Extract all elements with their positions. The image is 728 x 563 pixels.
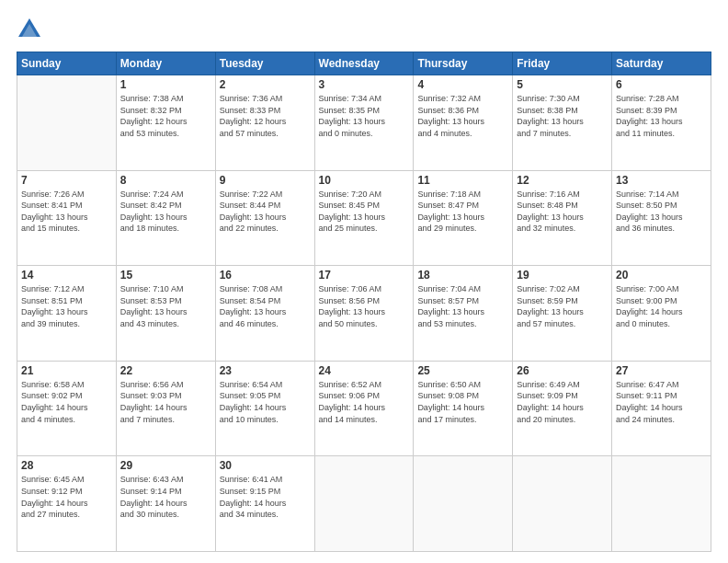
calendar-cell: 22Sunrise: 6:56 AM Sunset: 9:03 PM Dayli…	[116, 361, 215, 456]
day-info: Sunrise: 6:58 AM Sunset: 9:02 PM Dayligh…	[21, 379, 112, 425]
day-number: 12	[517, 174, 608, 187]
calendar-cell: 19Sunrise: 7:02 AM Sunset: 8:59 PM Dayli…	[513, 266, 612, 362]
day-info: Sunrise: 7:10 AM Sunset: 8:53 PM Dayligh…	[120, 283, 211, 329]
day-info: Sunrise: 6:52 AM Sunset: 9:06 PM Dayligh…	[319, 379, 410, 425]
day-number: 10	[319, 174, 410, 187]
day-number: 17	[319, 269, 410, 282]
calendar-cell: 6Sunrise: 7:28 AM Sunset: 8:39 PM Daylig…	[612, 75, 711, 171]
header-row: SundayMondayTuesdayWednesdayThursdayFrid…	[17, 52, 711, 75]
calendar-cell	[314, 456, 414, 552]
day-info: Sunrise: 7:22 AM Sunset: 8:44 PM Dayligh…	[220, 189, 311, 235]
calendar-cell: 18Sunrise: 7:04 AM Sunset: 8:57 PM Dayli…	[414, 266, 513, 362]
day-info: Sunrise: 7:00 AM Sunset: 9:00 PM Dayligh…	[616, 283, 707, 329]
calendar-cell: 1Sunrise: 7:38 AM Sunset: 8:32 PM Daylig…	[116, 75, 215, 171]
calendar-cell: 20Sunrise: 7:00 AM Sunset: 9:00 PM Dayli…	[612, 266, 711, 362]
header	[17, 17, 711, 42]
day-info: Sunrise: 6:54 AM Sunset: 9:05 PM Dayligh…	[220, 379, 311, 425]
day-number: 4	[417, 78, 508, 91]
calendar-cell: 17Sunrise: 7:06 AM Sunset: 8:56 PM Dayli…	[314, 266, 414, 362]
day-number: 23	[220, 364, 311, 377]
calendar-cell: 13Sunrise: 7:14 AM Sunset: 8:50 PM Dayli…	[612, 170, 711, 266]
weekday-header: Friday	[513, 52, 612, 75]
calendar-cell: 30Sunrise: 6:41 AM Sunset: 9:15 PM Dayli…	[215, 456, 314, 552]
calendar-cell: 15Sunrise: 7:10 AM Sunset: 8:53 PM Dayli…	[116, 266, 215, 362]
calendar-cell: 21Sunrise: 6:58 AM Sunset: 9:02 PM Dayli…	[17, 361, 117, 456]
day-info: Sunrise: 7:18 AM Sunset: 8:47 PM Dayligh…	[417, 189, 508, 235]
day-number: 25	[417, 364, 508, 377]
calendar-week-row: 1Sunrise: 7:38 AM Sunset: 8:32 PM Daylig…	[17, 75, 711, 171]
day-number: 26	[517, 364, 608, 377]
day-info: Sunrise: 7:16 AM Sunset: 8:48 PM Dayligh…	[517, 189, 608, 235]
weekday-header: Monday	[116, 52, 215, 75]
day-number: 29	[120, 459, 211, 472]
calendar-cell	[17, 75, 117, 171]
calendar-cell: 3Sunrise: 7:34 AM Sunset: 8:35 PM Daylig…	[314, 75, 414, 171]
day-info: Sunrise: 6:47 AM Sunset: 9:11 PM Dayligh…	[616, 379, 707, 425]
day-number: 28	[21, 459, 112, 472]
calendar-cell: 5Sunrise: 7:30 AM Sunset: 8:38 PM Daylig…	[513, 75, 612, 171]
day-info: Sunrise: 7:36 AM Sunset: 8:33 PM Dayligh…	[220, 93, 311, 139]
calendar-cell	[513, 456, 612, 552]
day-info: Sunrise: 7:12 AM Sunset: 8:51 PM Dayligh…	[21, 283, 112, 329]
calendar-cell: 23Sunrise: 6:54 AM Sunset: 9:05 PM Dayli…	[215, 361, 314, 456]
day-info: Sunrise: 7:02 AM Sunset: 8:59 PM Dayligh…	[517, 283, 608, 329]
day-info: Sunrise: 7:24 AM Sunset: 8:42 PM Dayligh…	[120, 189, 211, 235]
day-info: Sunrise: 7:04 AM Sunset: 8:57 PM Dayligh…	[417, 283, 508, 329]
page: SundayMondayTuesdayWednesdayThursdayFrid…	[0, 0, 728, 563]
calendar-cell: 29Sunrise: 6:43 AM Sunset: 9:14 PM Dayli…	[116, 456, 215, 552]
calendar-cell: 10Sunrise: 7:20 AM Sunset: 8:45 PM Dayli…	[314, 170, 414, 266]
calendar-cell: 8Sunrise: 7:24 AM Sunset: 8:42 PM Daylig…	[116, 170, 215, 266]
calendar-cell	[414, 456, 513, 552]
day-info: Sunrise: 6:43 AM Sunset: 9:14 PM Dayligh…	[120, 474, 211, 520]
day-number: 20	[616, 269, 707, 282]
day-number: 24	[319, 364, 410, 377]
day-info: Sunrise: 7:14 AM Sunset: 8:50 PM Dayligh…	[616, 189, 707, 235]
day-number: 21	[21, 364, 112, 377]
logo-icon	[17, 17, 42, 42]
calendar-cell: 26Sunrise: 6:49 AM Sunset: 9:09 PM Dayli…	[513, 361, 612, 456]
day-number: 27	[616, 364, 707, 377]
day-number: 3	[319, 78, 410, 91]
day-number: 6	[616, 78, 707, 91]
calendar-week-row: 7Sunrise: 7:26 AM Sunset: 8:41 PM Daylig…	[17, 170, 711, 266]
calendar-week-row: 21Sunrise: 6:58 AM Sunset: 9:02 PM Dayli…	[17, 361, 711, 456]
day-number: 13	[616, 174, 707, 187]
day-number: 9	[220, 174, 311, 187]
day-info: Sunrise: 6:56 AM Sunset: 9:03 PM Dayligh…	[120, 379, 211, 425]
calendar-cell: 4Sunrise: 7:32 AM Sunset: 8:36 PM Daylig…	[414, 75, 513, 171]
calendar-cell: 24Sunrise: 6:52 AM Sunset: 9:06 PM Dayli…	[314, 361, 414, 456]
calendar-cell: 12Sunrise: 7:16 AM Sunset: 8:48 PM Dayli…	[513, 170, 612, 266]
day-number: 22	[120, 364, 211, 377]
day-info: Sunrise: 7:34 AM Sunset: 8:35 PM Dayligh…	[319, 93, 410, 139]
day-info: Sunrise: 7:28 AM Sunset: 8:39 PM Dayligh…	[616, 93, 707, 139]
day-number: 2	[220, 78, 311, 91]
weekday-header: Thursday	[414, 52, 513, 75]
day-number: 7	[21, 174, 112, 187]
day-info: Sunrise: 7:32 AM Sunset: 8:36 PM Dayligh…	[417, 93, 508, 139]
weekday-header: Wednesday	[314, 52, 414, 75]
day-number: 5	[517, 78, 608, 91]
weekday-header: Tuesday	[215, 52, 314, 75]
day-info: Sunrise: 7:06 AM Sunset: 8:56 PM Dayligh…	[319, 283, 410, 329]
day-info: Sunrise: 6:49 AM Sunset: 9:09 PM Dayligh…	[517, 379, 608, 425]
calendar-table: SundayMondayTuesdayWednesdayThursdayFrid…	[17, 52, 711, 552]
calendar-cell	[612, 456, 711, 552]
day-info: Sunrise: 6:50 AM Sunset: 9:08 PM Dayligh…	[417, 379, 508, 425]
calendar-cell: 27Sunrise: 6:47 AM Sunset: 9:11 PM Dayli…	[612, 361, 711, 456]
calendar-week-row: 14Sunrise: 7:12 AM Sunset: 8:51 PM Dayli…	[17, 266, 711, 362]
weekday-header: Sunday	[17, 52, 117, 75]
calendar-cell: 11Sunrise: 7:18 AM Sunset: 8:47 PM Dayli…	[414, 170, 513, 266]
day-info: Sunrise: 7:30 AM Sunset: 8:38 PM Dayligh…	[517, 93, 608, 139]
day-number: 11	[417, 174, 508, 187]
calendar-cell: 28Sunrise: 6:45 AM Sunset: 9:12 PM Dayli…	[17, 456, 117, 552]
calendar-cell: 14Sunrise: 7:12 AM Sunset: 8:51 PM Dayli…	[17, 266, 117, 362]
day-number: 15	[120, 269, 211, 282]
day-number: 18	[417, 269, 508, 282]
calendar-cell: 25Sunrise: 6:50 AM Sunset: 9:08 PM Dayli…	[414, 361, 513, 456]
calendar-cell: 9Sunrise: 7:22 AM Sunset: 8:44 PM Daylig…	[215, 170, 314, 266]
day-number: 1	[120, 78, 211, 91]
day-number: 19	[517, 269, 608, 282]
day-number: 14	[21, 269, 112, 282]
day-number: 30	[220, 459, 311, 472]
logo	[17, 17, 46, 42]
